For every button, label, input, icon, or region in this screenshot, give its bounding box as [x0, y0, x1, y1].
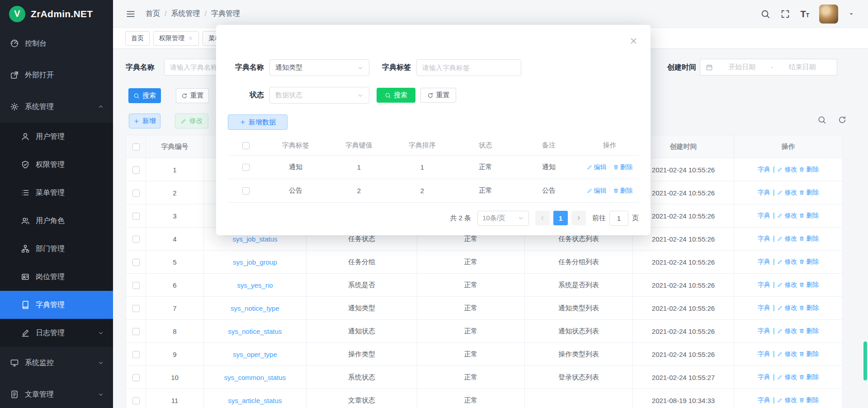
row-delete-link[interactable]: 删除 [799, 396, 819, 403]
row-delete-link[interactable]: 删除 [799, 327, 819, 334]
sidebar-item-users[interactable]: 用户管理 [0, 123, 113, 151]
row-edit-link[interactable]: 修改 [777, 166, 797, 173]
row-edit-link[interactable]: 修改 [777, 235, 797, 242]
dict-data-link[interactable]: 字典 [758, 304, 770, 311]
dict-data-link[interactable]: 字典 [758, 189, 770, 196]
row-checkbox[interactable] [132, 328, 140, 335]
row-delete-link[interactable]: 删除 [799, 373, 819, 380]
sidebar-item-dashboard[interactable]: 控制台 [0, 28, 113, 59]
dialog-search-button[interactable]: 搜索 [377, 88, 415, 103]
row-edit-link[interactable]: 编辑 [587, 187, 607, 194]
dialog-reset-button[interactable]: 重置 [420, 88, 456, 103]
sidebar-item-monitor[interactable]: 系统监控 [0, 347, 113, 379]
status-select[interactable]: 数据状态 [269, 87, 369, 104]
sidebar-item-dictionary[interactable]: 字典管理 [0, 291, 113, 319]
fullscreen-icon[interactable] [780, 9, 790, 19]
current-page-button[interactable]: 1 [553, 211, 568, 225]
row-checkbox[interactable] [242, 187, 250, 195]
table-search-toggle-icon[interactable] [817, 115, 826, 124]
sidebar-item-menus[interactable]: 菜单管理 [0, 179, 113, 207]
search-icon[interactable] [760, 9, 770, 19]
table-refresh-icon[interactable] [838, 115, 847, 124]
row-edit-link[interactable]: 修改 [777, 189, 797, 196]
dict-data-link[interactable]: 字典 [758, 327, 770, 334]
dict-type-link[interactable]: sys_job_status [232, 235, 277, 243]
row-edit-link[interactable]: 修改 [777, 396, 797, 403]
dict-data-link[interactable]: 字典 [758, 350, 770, 357]
edit-button[interactable]: 修改 [175, 114, 208, 128]
row-checkbox[interactable] [132, 213, 140, 220]
row-edit-link[interactable]: 修改 [777, 258, 797, 265]
dict-label-input[interactable] [416, 59, 521, 76]
row-checkbox[interactable] [132, 397, 140, 404]
dict-data-link[interactable]: 字典 [758, 166, 770, 173]
row-delete-link[interactable]: 删除 [613, 163, 633, 171]
tab-权限管理[interactable]: 权限管理 [153, 31, 199, 46]
goto-page-input[interactable] [609, 211, 628, 226]
row-edit-link[interactable]: 修改 [777, 304, 797, 311]
row-edit-link[interactable]: 修改 [777, 212, 797, 219]
dict-data-link[interactable]: 字典 [758, 235, 770, 242]
date-range-picker[interactable]: 开始日期 - 结束日期 [700, 59, 837, 76]
font-size-icon[interactable]: TT [800, 9, 809, 19]
tab-首页[interactable]: 首页 [125, 31, 150, 46]
row-checkbox[interactable] [132, 259, 140, 266]
row-checkbox[interactable] [132, 190, 140, 197]
dict-data-link[interactable]: 字典 [758, 281, 770, 288]
hamburger-icon[interactable] [126, 9, 136, 19]
dict-type-link[interactable]: sys_job_group [233, 258, 277, 266]
row-edit-link[interactable]: 编辑 [587, 163, 607, 171]
row-delete-link[interactable]: 删除 [613, 187, 633, 194]
dict-type-link[interactable]: sys_oper_type [233, 351, 277, 358]
row-edit-link[interactable]: 修改 [777, 350, 797, 357]
sidebar-item-permissions[interactable]: 权限管理 [0, 151, 113, 179]
dict-type-link[interactable]: sys_common_status [224, 374, 286, 381]
sidebar-item-logs[interactable]: 日志管理 [0, 319, 113, 347]
row-edit-link[interactable]: 修改 [777, 373, 797, 380]
dict-type-link[interactable]: sys_notice_status [228, 327, 282, 335]
dict-type-link[interactable]: sys_yes_no [237, 281, 273, 289]
row-checkbox[interactable] [132, 282, 140, 289]
row-delete-link[interactable]: 删除 [799, 304, 819, 311]
row-checkbox[interactable] [132, 351, 140, 358]
row-edit-link[interactable]: 修改 [777, 281, 797, 288]
page-size-select[interactable]: 10条/页 [477, 211, 529, 226]
row-checkbox[interactable] [132, 374, 140, 381]
search-button[interactable]: 搜索 [128, 88, 161, 103]
dict-data-link[interactable]: 字典 [758, 212, 770, 219]
dict-type-link[interactable]: sys_article_status [228, 397, 282, 404]
row-checkbox[interactable] [242, 164, 250, 171]
sidebar-item-departments[interactable]: 部门管理 [0, 235, 113, 263]
row-delete-link[interactable]: 删除 [799, 350, 819, 357]
close-icon[interactable] [188, 36, 193, 41]
row-checkbox[interactable] [132, 166, 140, 174]
sidebar-item-external[interactable]: 外部打开 [0, 59, 113, 91]
row-delete-link[interactable]: 删除 [799, 235, 819, 242]
scrollbar-thumb[interactable] [863, 342, 867, 380]
breadcrumb-item[interactable]: 首页 [146, 9, 160, 19]
close-icon[interactable] [629, 37, 638, 45]
prev-page-button[interactable] [535, 211, 550, 225]
row-edit-link[interactable]: 修改 [777, 327, 797, 334]
dict-name-select[interactable]: 通知类型 [269, 59, 369, 76]
row-delete-link[interactable]: 删除 [799, 166, 819, 173]
sidebar-item-system[interactable]: 系统管理 [0, 91, 113, 123]
sidebar-item-roles[interactable]: 用户角色 [0, 207, 113, 235]
row-delete-link[interactable]: 删除 [799, 212, 819, 219]
add-data-button[interactable]: 新增数据 [228, 114, 288, 130]
avatar[interactable] [819, 5, 838, 24]
row-checkbox[interactable] [132, 305, 140, 312]
row-delete-link[interactable]: 删除 [799, 189, 819, 196]
sidebar-item-posts[interactable]: 岗位管理 [0, 263, 113, 291]
row-delete-link[interactable]: 删除 [799, 281, 819, 288]
breadcrumb-item[interactable]: 字典管理 [211, 9, 240, 19]
next-page-button[interactable] [571, 211, 586, 225]
select-all-checkbox[interactable] [132, 143, 140, 151]
add-button[interactable]: 新增 [129, 114, 160, 128]
dict-data-link[interactable]: 字典 [758, 396, 770, 403]
sidebar-item-articles[interactable]: 文章管理 [0, 379, 113, 408]
breadcrumb-item[interactable]: 系统管理 [171, 9, 200, 19]
caret-down-icon[interactable] [848, 11, 854, 17]
reset-button[interactable]: 重置 [176, 88, 209, 103]
dict-data-link[interactable]: 字典 [758, 258, 770, 265]
